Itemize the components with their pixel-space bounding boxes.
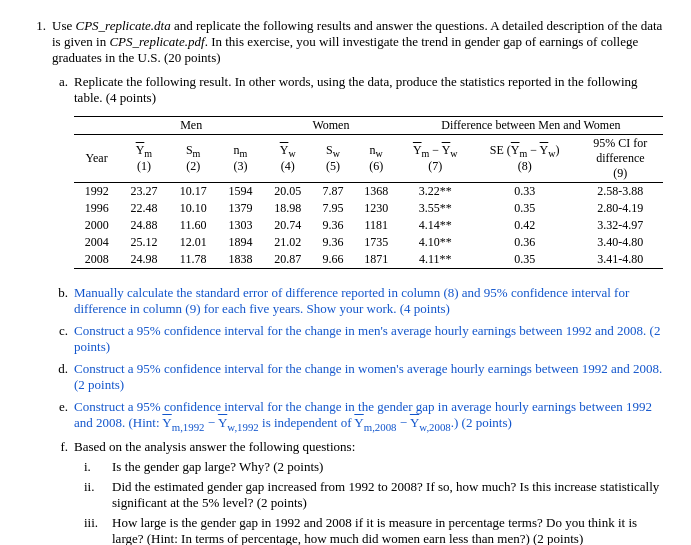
table-row: 199622.4810.10137918.987.9512303.55**0.3… [74,200,663,217]
sub-item-a: a. Replicate the following result. In ot… [52,74,663,279]
table-cell: 1230 [354,200,399,217]
table-cell: 10.17 [169,183,218,201]
table-cell: 0.36 [472,234,578,251]
table-row: 200824.9811.78183820.879.6618714.11**0.3… [74,251,663,269]
table-cell: 3.22** [399,183,472,201]
table-cell: 9.36 [312,234,353,251]
table-cell: 1992 [74,183,119,201]
table-cell: 10.10 [169,200,218,217]
year-header: Year [74,135,119,183]
sub-d-label: d. [52,361,68,377]
table-cell: 9.66 [312,251,353,269]
roman-content: Did the estimated gender gap increased f… [112,479,663,511]
item-prefix: Use [52,18,75,33]
table-cell: 1303 [218,217,263,234]
table-cell: 1871 [354,251,399,269]
table-cell: 1379 [218,200,263,217]
sub-item-f: f. Based on the analysis answer the foll… [52,439,663,545]
diff-group-header: Difference between Men and Women [399,117,663,135]
roman-list: i.Is the gender gap large? Why? (2 point… [74,459,663,545]
sub-d-text: Construct a 95% confidence interval for … [74,361,662,392]
table-cell: 22.48 [119,200,168,217]
sub-a-label: a. [52,74,68,90]
sw-header: Sw(5) [312,135,353,183]
sub-c-label: c. [52,323,68,339]
table-cell: 9.36 [312,217,353,234]
roman-label: i. [84,459,106,475]
table-cell: 3.32-4.97 [578,217,663,234]
se-header: SE (Ym − Yw)(8) [472,135,578,183]
table-cell: 1735 [354,234,399,251]
nm-header: nm(3) [218,135,263,183]
table-body: 199223.2710.17159420.057.8713683.22**0.3… [74,183,663,269]
table-cell: 4.14** [399,217,472,234]
ym-header: Ym(1) [119,135,168,183]
table-cell: 7.87 [312,183,353,201]
main-item-1: Use CPS_replicate.dta and replicate the … [28,18,663,545]
table-cell: 1996 [74,200,119,217]
table-row: 200024.8811.60130320.749.3611814.14**0.4… [74,217,663,234]
file1-ref: CPS_replicate.dta [75,18,170,33]
table-cell: 2000 [74,217,119,234]
roman-content: Is the gender gap large? Why? (2 points) [112,459,663,475]
sub-e-text: Construct a 95% confidence interval for … [74,399,652,430]
sub-item-b: b. Manually calculate the standard error… [52,285,663,317]
table-cell: 2.80-4.19 [578,200,663,217]
sub-f-text: Based on the analysis answer the followi… [74,439,355,454]
roman-item: i.Is the gender gap large? Why? (2 point… [84,459,663,475]
yw-header: Yw(4) [263,135,312,183]
sub-a-text: Replicate the following result. In other… [74,74,638,105]
sub-a-content: Replicate the following result. In other… [74,74,663,279]
nw-header: nw(6) [354,135,399,183]
sub-item-e: e. Construct a 95% confidence interval f… [52,399,663,433]
women-group-header: Women [263,117,399,135]
table-cell: 2008 [74,251,119,269]
table-cell: 11.60 [169,217,218,234]
roman-label: iii. [84,515,106,545]
table-cell: 4.10** [399,234,472,251]
item-number [28,18,46,545]
table-cell: 24.98 [119,251,168,269]
table-cell: 21.02 [263,234,312,251]
table-cell: 12.01 [169,234,218,251]
file2-ref: CPS_replicate.pdf [109,34,204,49]
item-content: Use CPS_replicate.dta and replicate the … [52,18,663,545]
table-cell: 18.98 [263,200,312,217]
diff-header: Ym − Yw(7) [399,135,472,183]
ci-header: 95% CI fordifference(9) [578,135,663,183]
roman-content: How large is the gender gap in 1992 and … [112,515,663,545]
roman-item: iii.How large is the gender gap in 1992 … [84,515,663,545]
sub-c-text: Construct a 95% confidence interval for … [74,323,660,354]
roman-label: ii. [84,479,106,511]
table-cell: 20.05 [263,183,312,201]
table-cell: 7.95 [312,200,353,217]
sub-item-d: d. Construct a 95% confidence interval f… [52,361,663,393]
sub-f-label: f. [52,439,68,455]
table-cell: 23.27 [119,183,168,201]
table-cell: 4.11** [399,251,472,269]
table-cell: 1594 [218,183,263,201]
table-cell: 2.58-3.88 [578,183,663,201]
sub-e-content: Construct a 95% confidence interval for … [74,399,663,433]
sub-c-content: Construct a 95% confidence interval for … [74,323,663,355]
table-cell: 3.40-4.80 [578,234,663,251]
group-header-row: Men Women Difference between Men and Wom… [74,117,663,135]
roman-item: ii.Did the estimated gender gap increase… [84,479,663,511]
table-cell: 25.12 [119,234,168,251]
sub-b-label: b. [52,285,68,301]
sub-e-label: e. [52,399,68,415]
table-cell: 11.78 [169,251,218,269]
table-cell: 1894 [218,234,263,251]
table-cell: 0.33 [472,183,578,201]
table-cell: 1181 [354,217,399,234]
sub-questions: a. Replicate the following result. In ot… [52,74,663,545]
sub-item-c: c. Construct a 95% confidence interval f… [52,323,663,355]
sub-f-content: Based on the analysis answer the followi… [74,439,663,545]
table-cell: 20.74 [263,217,312,234]
empty-header [74,117,119,135]
table-cell: 2004 [74,234,119,251]
sub-b-content: Manually calculate the standard error of… [74,285,663,317]
table-row: 200425.1212.01189421.029.3617354.10**0.3… [74,234,663,251]
table-cell: 3.55** [399,200,472,217]
table-cell: 1838 [218,251,263,269]
